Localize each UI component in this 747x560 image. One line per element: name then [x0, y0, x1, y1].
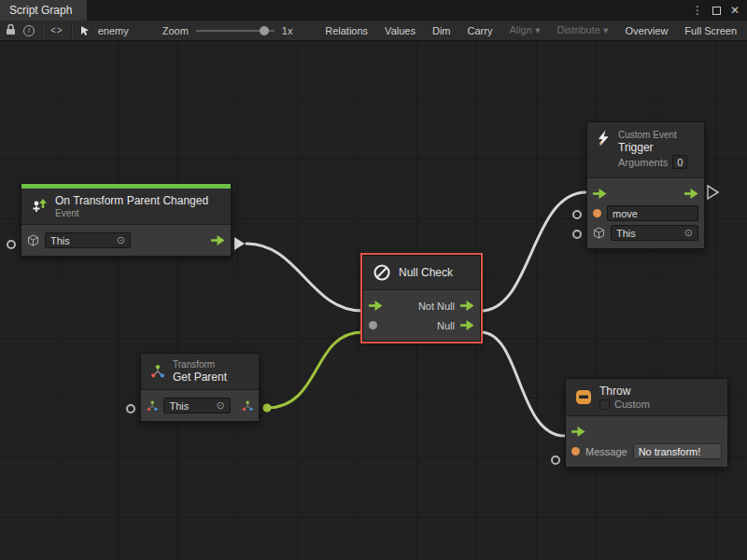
node-body: Message No transform!: [566, 416, 727, 467]
node-header: Transform Get Parent: [141, 354, 259, 390]
fullscreen-button[interactable]: Full Screen: [680, 25, 741, 36]
not-null-output-arrow-icon[interactable]: [460, 301, 474, 311]
flow-input-arrow-icon[interactable]: [571, 427, 585, 437]
node-title: Null Check: [399, 266, 453, 279]
tab-label: Script Graph: [9, 4, 72, 17]
align-label: Align: [509, 24, 531, 35]
port-row-this: This ⊙: [593, 223, 698, 243]
lock-icon: [6, 23, 16, 35]
port-row-flow: [593, 184, 698, 203]
align-button[interactable]: Align ▾: [504, 24, 544, 36]
this-target-field[interactable]: This ⊙: [611, 225, 698, 241]
message-label: Message: [585, 446, 627, 457]
flow-output-arrow-icon[interactable]: [684, 189, 698, 199]
arguments-row: Arguments 0: [618, 155, 687, 169]
lightning-icon: [597, 130, 611, 147]
node-category: Transform: [173, 359, 227, 370]
output-triangle-port[interactable]: [708, 186, 718, 199]
script-graph-window: Script Graph ⋮ ✕ i <> enemy Zoom 1x Rela…: [0, 0, 747, 560]
node-header: Throw Custom: [566, 379, 727, 416]
window-controls: ⋮ ✕: [692, 0, 747, 21]
event-name-value: move: [613, 208, 638, 219]
wire-start-dot: [263, 404, 272, 413]
node-on-transform-parent-changed[interactable]: On Transform Parent Changed Event This ⊙: [21, 183, 232, 257]
input-ring-port[interactable]: [551, 455, 560, 465]
node-body: This ⊙: [141, 390, 259, 421]
input-ring-port[interactable]: [572, 210, 582, 219]
wire-getparent-to-nullcheck[interactable]: [267, 332, 362, 408]
flow-input-arrow-icon[interactable]: [369, 301, 383, 311]
custom-checkbox[interactable]: [599, 399, 610, 410]
node-category: Custom Event: [618, 130, 687, 140]
distribute-button[interactable]: Distribute ▾: [552, 24, 613, 36]
tab-script-graph[interactable]: Script Graph: [0, 0, 87, 21]
chevron-down-icon: ▾: [603, 24, 609, 35]
code-icon[interactable]: <>: [50, 25, 63, 35]
distribute-label: Distribute: [557, 24, 599, 35]
node-header: On Transform Parent Changed Event: [21, 189, 231, 225]
gameobject-cube-icon: [593, 227, 605, 239]
chevron-down-icon: ▾: [535, 24, 541, 35]
input-ring-port[interactable]: [572, 230, 582, 239]
this-value: This: [616, 228, 636, 239]
dim-button[interactable]: Dim: [428, 25, 456, 36]
input-ring-port[interactable]: [7, 240, 16, 249]
not-null-port-label: Not Null: [418, 301, 455, 312]
node-body: This ⊙: [21, 225, 231, 256]
port-row-message: Message No transform!: [571, 441, 722, 461]
object-picker-icon[interactable]: ⊙: [117, 235, 125, 245]
port-row-null: Null: [369, 315, 474, 335]
values-button[interactable]: Values: [380, 25, 420, 36]
zoom-slider[interactable]: [196, 25, 275, 36]
exception-icon: [575, 389, 592, 405]
node-header: Custom Event Trigger Arguments 0: [587, 122, 704, 178]
overview-button[interactable]: Overview: [621, 25, 673, 36]
null-output-arrow-icon[interactable]: [460, 320, 474, 330]
this-target-field[interactable]: This ⊙: [45, 232, 131, 248]
toolbar-divider: [42, 24, 43, 37]
input-ring-port[interactable]: [126, 404, 135, 413]
transform-input-icon[interactable]: [147, 400, 158, 412]
flow-output-arrow-icon[interactable]: [211, 235, 225, 245]
info-icon[interactable]: i: [23, 25, 35, 36]
carry-button[interactable]: Carry: [463, 25, 498, 36]
value-input-dot-port[interactable]: [369, 321, 377, 329]
wire-null-to-throw[interactable]: [481, 332, 565, 436]
port-row-flow: [571, 422, 722, 441]
graph-canvas[interactable]: On Transform Parent Changed Event This ⊙: [0, 41, 747, 560]
wire-event-to-nullcheck[interactable]: [247, 244, 362, 311]
relations-button[interactable]: Relations: [320, 25, 373, 36]
event-name-field[interactable]: move: [607, 205, 698, 221]
node-get-parent[interactable]: Transform Get Parent This ⊙: [140, 353, 260, 422]
string-input-dot-port[interactable]: [593, 209, 601, 217]
port-row-this: This ⊙: [147, 396, 253, 415]
node-custom-event-trigger[interactable]: Custom Event Trigger Arguments 0: [586, 121, 705, 249]
node-body: Not Null Null: [363, 290, 480, 341]
graph-asset-icon: [79, 25, 91, 36]
wire-notnull-to-customevent[interactable]: [481, 192, 586, 311]
flow-triangle-port[interactable]: [234, 237, 245, 250]
null-port-label: Null: [437, 320, 455, 331]
lock-button[interactable]: [6, 23, 16, 37]
port-row-this: This ⊙: [27, 231, 225, 250]
string-input-dot-port[interactable]: [571, 447, 580, 455]
close-button[interactable]: ✕: [730, 4, 740, 17]
this-target-field[interactable]: This ⊙: [163, 398, 230, 413]
custom-label: Custom: [614, 399, 650, 410]
node-throw[interactable]: Throw Custom Message No transform!: [565, 378, 728, 468]
message-value: No transform!: [639, 446, 701, 457]
kebab-menu-icon[interactable]: ⋮: [692, 4, 703, 17]
this-value: This: [50, 235, 70, 246]
flow-input-arrow-icon[interactable]: [593, 189, 607, 199]
object-picker-icon[interactable]: ⊙: [216, 400, 224, 411]
toolbar-divider: [71, 24, 72, 37]
node-null-check[interactable]: Null Check Not Null Null: [362, 255, 481, 342]
object-picker-icon[interactable]: ⊙: [684, 228, 693, 238]
arguments-count-field[interactable]: 0: [672, 155, 687, 169]
message-field[interactable]: No transform!: [633, 443, 722, 459]
null-check-icon: [373, 263, 391, 282]
zoom-value: 1x: [282, 25, 293, 36]
transform-output-icon[interactable]: [242, 400, 253, 412]
zoom-slider-handle[interactable]: [260, 26, 269, 35]
maximize-button[interactable]: [712, 2, 721, 19]
